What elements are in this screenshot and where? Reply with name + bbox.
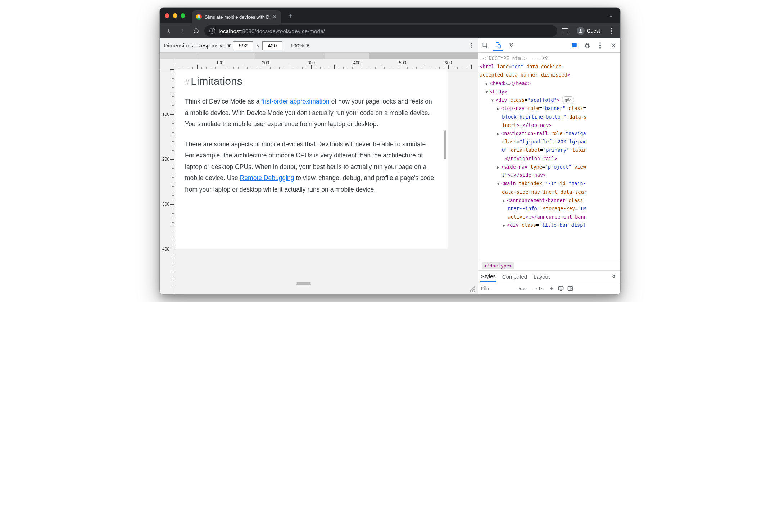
chevron-down-icon: ▼ <box>226 42 232 49</box>
first-order-approximation-link[interactable]: first-order approximation <box>261 98 330 105</box>
device-mode-panel: Dimensions: Responsive▼ × 100%▼ 10020030… <box>160 38 478 294</box>
more-tabs-button[interactable] <box>506 41 516 51</box>
page-paragraph-2: There are some aspects of mobile devices… <box>185 139 437 196</box>
svg-rect-3 <box>498 44 500 48</box>
url-text: localhost:8080/docs/devtools/device-mode… <box>219 28 325 34</box>
dom-breadcrumb[interactable]: <!doctype> <box>478 261 620 271</box>
viewport-height-input[interactable] <box>262 41 282 50</box>
tab-list-caret-icon[interactable]: ⌄ <box>607 10 615 20</box>
remote-debugging-link[interactable]: Remote Debugging <box>240 174 294 182</box>
tab-title: Simulate mobile devices with D <box>205 14 269 20</box>
styles-tabs: Styles Computed Layout <box>478 271 620 283</box>
browser-window: Simulate mobile devices with D ✕ ＋ ⌄ i l… <box>159 7 621 295</box>
cls-toggle[interactable]: .cls <box>530 285 546 293</box>
browser-tab[interactable]: Simulate mobile devices with D ✕ <box>192 10 281 23</box>
styles-more-tabs[interactable] <box>611 274 617 280</box>
maximize-window-button[interactable] <box>181 13 185 18</box>
nav-back-button[interactable] <box>163 26 174 36</box>
browser-toolbar: i localhost:8080/docs/devtools/device-mo… <box>160 23 620 38</box>
toggle-sidebar-icon[interactable] <box>566 285 574 293</box>
device-toggle-button[interactable] <box>493 41 503 51</box>
styles-filter-input[interactable] <box>480 284 512 293</box>
person-icon <box>577 27 585 35</box>
settings-button[interactable] <box>582 41 592 51</box>
devtools-toolbar: ✕ <box>478 38 620 53</box>
tab-computed[interactable]: Computed <box>502 271 528 282</box>
svg-point-0 <box>580 29 581 31</box>
styles-filter-bar: :hov .cls <box>478 283 620 294</box>
devtools-close-button[interactable]: ✕ <box>608 41 618 51</box>
viewport-width-input[interactable] <box>233 41 253 50</box>
svg-rect-4 <box>558 287 563 290</box>
grid-badge[interactable]: grid <box>562 96 574 104</box>
page-paragraph-1: Think of Device Mode as a first-order ap… <box>185 96 437 130</box>
resize-handle-corner[interactable] <box>469 286 476 292</box>
address-bar[interactable]: i localhost:8080/docs/devtools/device-mo… <box>204 25 557 37</box>
site-favicon-icon <box>196 14 202 20</box>
hov-toggle[interactable]: :hov <box>513 285 529 293</box>
resize-handle-bottom[interactable] <box>296 282 311 284</box>
reload-button[interactable] <box>191 26 201 36</box>
page-scrollbar[interactable] <box>444 130 446 159</box>
media-query-bar[interactable] <box>160 53 478 59</box>
viewport-area: #Limitations Think of Device Mode as a f… <box>174 69 478 294</box>
computed-styles-icon[interactable] <box>557 285 565 293</box>
vertical-ruler: 100200300400 <box>160 69 174 294</box>
page-heading: #Limitations <box>185 75 437 87</box>
profile-label: Guest <box>587 28 600 34</box>
tab-strip: Simulate mobile devices with D ✕ ＋ ⌄ <box>160 8 620 23</box>
dimensions-label: Dimensions: <box>164 42 195 49</box>
times-icon: × <box>256 42 259 49</box>
new-style-rule-button[interactable] <box>548 285 555 293</box>
tab-layout[interactable]: Layout <box>533 271 550 282</box>
horizontal-ruler: 100200300400500600 <box>174 59 478 69</box>
devtools-panel: ✕ …<!DOCTYPE html> == $0 <html lang="en"… <box>478 38 620 294</box>
side-panel-toggle[interactable] <box>560 26 571 36</box>
nav-forward-button[interactable] <box>177 26 188 36</box>
elements-tree[interactable]: …<!DOCTYPE html> == $0 <html lang="en" d… <box>478 53 620 261</box>
simulated-page[interactable]: #Limitations Think of Device Mode as a f… <box>174 69 448 249</box>
profile-button[interactable]: Guest <box>574 26 603 36</box>
tab-styles[interactable]: Styles <box>480 271 496 282</box>
close-window-button[interactable] <box>165 13 169 18</box>
site-info-icon[interactable]: i <box>209 28 215 34</box>
content-area: Dimensions: Responsive▼ × 100%▼ 10020030… <box>160 38 620 294</box>
devtools-menu-button[interactable] <box>595 41 605 51</box>
chevron-down-icon: ▼ <box>305 42 310 49</box>
svg-rect-5 <box>568 287 572 291</box>
device-more-options-button[interactable] <box>470 41 473 50</box>
inspect-element-button[interactable] <box>480 41 490 51</box>
hash-icon: # <box>185 78 189 87</box>
device-preset-select[interactable]: Responsive▼ <box>197 42 232 49</box>
new-tab-button[interactable]: ＋ <box>285 10 296 21</box>
tab-close-icon[interactable]: ✕ <box>272 14 277 20</box>
ruler-corner <box>160 59 174 69</box>
zoom-select[interactable]: 100%▼ <box>290 42 310 49</box>
chrome-menu-button[interactable] <box>606 26 617 36</box>
window-controls <box>165 13 185 18</box>
device-toolbar: Dimensions: Responsive▼ × 100%▼ <box>160 38 478 53</box>
feedback-button[interactable] <box>569 41 579 51</box>
minimize-window-button[interactable] <box>173 13 177 18</box>
